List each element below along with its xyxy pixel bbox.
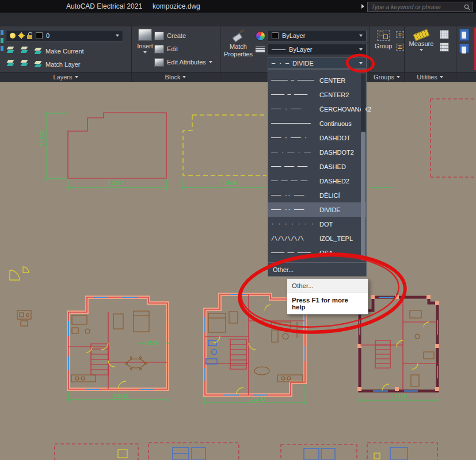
caret-down-icon (75, 76, 78, 78)
linetype-pattern-preview: · · · · · · · (271, 221, 317, 227)
linetype-pattern-preview: ──────────── (271, 120, 317, 126)
linetype-dropdown: ───── ─ ─────CENTER──── ─ ────CENTER2───… (268, 69, 367, 277)
create-block-icon (154, 32, 164, 40)
layer-tool-icon[interactable] (20, 46, 29, 54)
linetype-option-name: DASHED2 (319, 178, 349, 185)
linetype-preview: ─ · ─ (272, 60, 289, 67)
layer-tool-icon[interactable] (6, 59, 15, 67)
create-label: Create (167, 32, 186, 39)
drawing-area[interactable] (0, 82, 476, 460)
linetype-value: DIVIDE (292, 60, 314, 67)
linetype-option[interactable]: ─── ·· ───DĚLICÍ (268, 188, 366, 202)
side-tool-icon[interactable] (1, 30, 3, 35)
app-title: AutoCAD Electrical 2021 (66, 2, 142, 10)
match-properties-button[interactable]: Match Properties (222, 29, 254, 58)
linetype-option[interactable]: ─── · ───ČERCHOVANÁX2 (268, 102, 366, 116)
side-tool-icon[interactable] (1, 38, 3, 43)
caret-down-icon (143, 51, 147, 53)
edit-block-icon (154, 45, 164, 53)
ribbon-tab-strip (0, 13, 476, 26)
linetype-pattern-preview: /\/\/\/\/\ (271, 235, 317, 241)
lineweight-preview: ──── (272, 47, 285, 53)
search-input[interactable] (370, 3, 462, 11)
caret-down-icon[interactable] (116, 34, 119, 37)
title-bar: AutoCAD Electrical 2021 kompozice.dwg (0, 0, 476, 13)
measure-button[interactable]: Measure (406, 28, 436, 51)
linetype-pattern-preview: ──── ── ──── (271, 250, 317, 256)
caret-down-icon[interactable] (359, 48, 363, 51)
match-layer-icon (33, 60, 43, 68)
layer-tool-icon[interactable] (20, 59, 29, 67)
linetype-option[interactable]: ─── ·· ───DIVIDE (268, 202, 366, 217)
insert-block-icon (138, 29, 152, 41)
layer-name: 0 (46, 32, 49, 39)
linetype-option[interactable]: ───── ─ ─────CENTER (268, 73, 366, 87)
linetype-pattern-preview: ─── ·· ─── (271, 192, 317, 198)
caret-down-icon (182, 76, 186, 78)
tooltip-title: Other... (287, 279, 368, 293)
linetype-option[interactable]: ─── ─── ───DASHED (268, 159, 366, 174)
linetype-option[interactable]: ── ── ── ──DASHED2 (268, 174, 366, 188)
layer-on-icon[interactable] (10, 33, 16, 39)
utilities-panel-label[interactable]: Utilities (404, 74, 456, 80)
panel-separator (220, 26, 220, 82)
caret-down-icon (420, 49, 423, 51)
group-edit-icon[interactable] (396, 44, 404, 51)
layer-lock-icon[interactable] (27, 35, 32, 39)
color-wheel-icon[interactable] (256, 31, 265, 41)
make-current-button[interactable]: Make Current (33, 46, 84, 56)
measure-label: Measure (409, 40, 434, 47)
insert-label: Insert (137, 43, 153, 49)
edit-attributes-label: Edit Attributes (167, 59, 206, 66)
lineweight-select[interactable]: ──── ByLayer (268, 44, 367, 55)
layers-panel-label[interactable]: Layers (0, 74, 131, 80)
color-swatch (272, 32, 279, 39)
linetype-option[interactable]: ──── ── ────OSA (268, 246, 366, 260)
layer-select[interactable]: 0 (6, 30, 123, 41)
lineweight-icon[interactable] (256, 45, 265, 53)
linetype-option-name: CENTER (319, 77, 345, 84)
linetype-pattern-preview: ─── · ─── · (271, 135, 317, 141)
caret-down-icon (440, 76, 443, 78)
linetype-select[interactable]: ─ · ─ DIVIDE (268, 57, 367, 69)
create-block-button[interactable]: Create (154, 30, 186, 41)
linetype-option[interactable]: ────────────Continuous (268, 116, 366, 131)
caret-down-icon[interactable] (359, 62, 363, 64)
linetype-option-name: DASHED (319, 163, 346, 170)
groups-panel-label[interactable]: Groups (370, 74, 404, 80)
layer-tool-icon[interactable] (6, 46, 15, 54)
dropdown-scrollbar[interactable] (361, 74, 365, 260)
linetype-other-option[interactable]: Other... (268, 262, 366, 276)
color-select[interactable]: ByLayer (268, 30, 367, 41)
layer-color-swatch[interactable] (36, 32, 43, 39)
side-tool-icon[interactable] (1, 46, 3, 51)
group-button[interactable]: Group (371, 30, 396, 49)
linetype-option[interactable]: ──── ─ ────CENTER2 (268, 87, 366, 102)
linetype-option-name: DIVIDE (319, 206, 341, 213)
match-layer-button[interactable]: Match Layer (33, 59, 81, 70)
edit-attributes-button[interactable]: Edit Attributes (154, 57, 212, 67)
linetype-option[interactable]: /\/\/\/\/\IZOL_TEPL (268, 231, 366, 246)
linetype-option-name: DASHDOT (319, 135, 351, 141)
linetype-option-name: DOT (319, 221, 333, 228)
paste-icon[interactable] (459, 29, 469, 41)
linetype-option[interactable]: · · · · · · ·DOT (268, 217, 366, 231)
quick-calc-icon[interactable] (440, 30, 449, 39)
caret-down-icon[interactable] (359, 34, 363, 37)
linetype-option[interactable]: ─── · ─── ·DASHDOT (268, 131, 366, 145)
edit-attributes-icon (154, 58, 164, 67)
scrollbar-thumb[interactable] (361, 132, 365, 260)
match-properties-icon (232, 29, 245, 41)
match-layer-label: Match Layer (45, 61, 81, 68)
block-panel-label[interactable]: Block (131, 74, 220, 80)
infocenter-arrow-icon[interactable] (361, 4, 364, 9)
app-chrome: AutoCAD Electrical 2021 kompozice.dwg (0, 0, 476, 82)
linetype-option[interactable]: ── · ── · ──DASHDOT2 (268, 145, 366, 159)
document-title: kompozice.dwg (153, 2, 200, 10)
edit-block-button[interactable]: Edit (154, 44, 178, 54)
ungroup-icon[interactable] (396, 31, 404, 38)
search-icon[interactable] (464, 4, 470, 10)
id-point-icon[interactable] (440, 43, 449, 52)
copy-clip-icon[interactable] (459, 44, 469, 53)
layer-thaw-icon[interactable] (19, 33, 24, 38)
